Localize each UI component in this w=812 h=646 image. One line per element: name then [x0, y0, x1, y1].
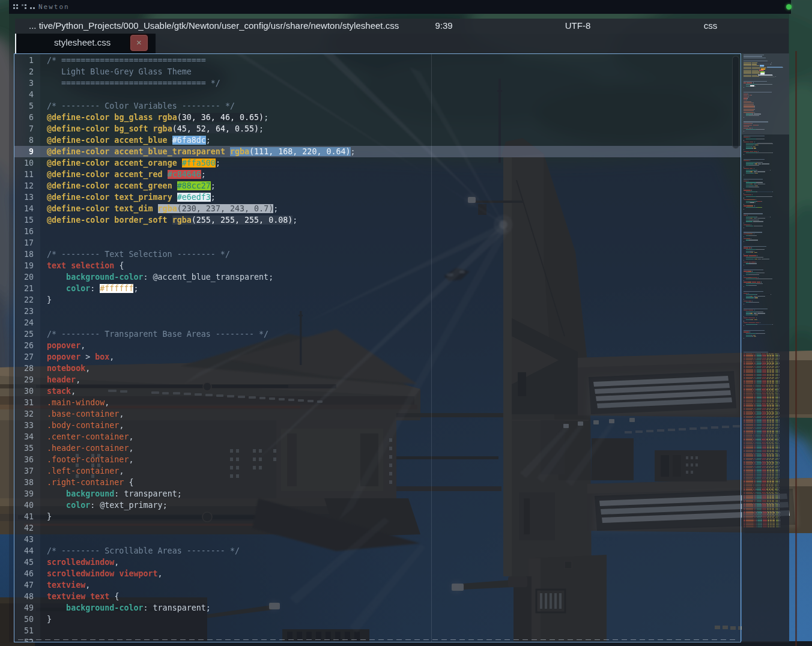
- code-line[interactable]: 18/* -------- Text Selection -------- */: [14, 249, 741, 260]
- code-line[interactable]: 6@define-color bg_glass rgba(30, 36, 46,…: [14, 112, 741, 123]
- line-number: 45: [14, 557, 34, 568]
- line-number: 15: [14, 214, 34, 226]
- line-number: 21: [14, 283, 34, 294]
- window-status-dot[interactable]: [786, 4, 792, 10]
- line-number: 35: [14, 442, 34, 454]
- code-line[interactable]: 47textview,: [14, 579, 741, 591]
- line-number: 27: [14, 351, 34, 363]
- code-line[interactable]: 31.main-window,: [14, 397, 741, 408]
- line-number: 30: [14, 385, 34, 397]
- tab-stylesheet[interactable]: stylesheet.css ×: [16, 34, 156, 53]
- line-number: 1: [14, 55, 34, 66]
- code-line[interactable]: 26popover,: [14, 340, 741, 351]
- line-number: 24: [14, 317, 34, 328]
- code-line[interactable]: 9@define-color accent_blue_transparent r…: [14, 146, 741, 157]
- code-line[interactable]: 7@define-color bg_soft rgba(45, 52, 64, …: [14, 123, 741, 134]
- line-number: 9: [14, 146, 34, 157]
- code-line[interactable]: 46scrolledwindow viewport,: [14, 568, 741, 579]
- code-line[interactable]: 34.center-container,: [14, 431, 741, 442]
- code-line[interactable]: 15@define-color border_soft rgba(255, 25…: [14, 214, 741, 226]
- code-line[interactable]: 32.base-container,: [14, 408, 741, 420]
- encoding-label: UTF-8: [565, 20, 591, 31]
- workspace-indicator-icon[interactable]: [30, 4, 35, 9]
- code-line[interactable]: 24: [14, 317, 741, 328]
- window-title: Newton: [38, 3, 70, 11]
- code-line[interactable]: 16: [14, 226, 741, 237]
- minimap-viewport[interactable]: [742, 53, 789, 134]
- code-line[interactable]: 45scrolledwindow,: [14, 557, 741, 568]
- code-line[interactable]: 19text selection {: [14, 260, 741, 271]
- line-number: 23: [14, 306, 34, 317]
- code-line[interactable]: 39 background: transparent;: [14, 488, 741, 500]
- code-line[interactable]: 30stack,: [14, 385, 741, 397]
- line-number: 7: [14, 123, 34, 134]
- code-line[interactable]: 20 background-color: @accent_blue_transp…: [14, 271, 741, 283]
- horizontal-scrollbar[interactable]: [18, 639, 737, 640]
- code-line[interactable]: 23: [14, 306, 741, 317]
- code-line[interactable]: 33.body-container,: [14, 420, 741, 431]
- code-line[interactable]: 37.left-container,: [14, 465, 741, 477]
- line-number: 26: [14, 340, 34, 351]
- line-number: 16: [14, 226, 34, 237]
- code-line[interactable]: 38.right-container {: [14, 477, 741, 488]
- code-line[interactable]: 42: [14, 522, 741, 534]
- code-line[interactable]: 10@define-color accent_orange #ffa500;: [14, 157, 741, 169]
- code-line[interactable]: 50}: [14, 614, 741, 625]
- tab-close-button[interactable]: ×: [130, 35, 148, 51]
- code-line[interactable]: 3 ============================== */: [14, 77, 741, 89]
- code-pane[interactable]: 1/* ==============================2 Ligh…: [14, 55, 741, 643]
- code-line[interactable]: 5/* -------- Color Variables -------- */: [14, 100, 741, 112]
- line-number: 47: [14, 579, 34, 591]
- line-number: 22: [14, 294, 34, 306]
- code-line[interactable]: 25/* -------- Transparent Base Areas ---…: [14, 328, 741, 340]
- code-line[interactable]: 44/* -------- Scrollable Areas -------- …: [14, 545, 741, 557]
- line-number: 20: [14, 271, 34, 283]
- code-editor[interactable]: 1/* ==============================2 Ligh…: [14, 53, 741, 642]
- titlebar[interactable]: Newton: [9, 0, 791, 14]
- code-line[interactable]: 40 color: @text_primary;: [14, 500, 741, 511]
- code-line[interactable]: 43: [14, 534, 741, 545]
- line-number: 40: [14, 500, 34, 511]
- code-line[interactable]: 13@define-color text_primary #e6edf3;: [14, 192, 741, 203]
- code-line[interactable]: 49 background-color: transparent;: [14, 602, 741, 614]
- line-number: 19: [14, 260, 34, 271]
- line-number: 50: [14, 614, 34, 625]
- line-number: 36: [14, 454, 34, 465]
- code-line[interactable]: 14@define-color text_dim rgba(230, 237, …: [14, 203, 741, 214]
- line-number: 39: [14, 488, 34, 500]
- code-line[interactable]: 4: [14, 89, 741, 100]
- line-number: 8: [14, 134, 34, 146]
- vertical-scrollbar[interactable]: [732, 56, 739, 149]
- code-line[interactable]: 2 Light Blue-Grey Glass Theme: [14, 66, 741, 77]
- language-label: css: [704, 20, 718, 31]
- code-line[interactable]: 27popover > box,: [14, 351, 741, 363]
- code-line[interactable]: 22}: [14, 294, 741, 306]
- line-number: 2: [14, 66, 34, 77]
- minimap[interactable]: [742, 53, 789, 642]
- code-line[interactable]: 28notebook,: [14, 363, 741, 374]
- line-number: 41: [14, 511, 34, 522]
- code-line[interactable]: 12@define-color accent_green #88cc27;: [14, 180, 741, 192]
- workspace-indicator-icon[interactable]: [13, 4, 18, 9]
- line-number: 51: [14, 625, 34, 636]
- workspace-indicator-icon[interactable]: [22, 4, 26, 9]
- cursor-position: 9:39: [435, 20, 452, 31]
- code-line[interactable]: 35.header-container,: [14, 442, 741, 454]
- line-number: 6: [14, 112, 34, 123]
- code-line[interactable]: 36.footer-container,: [14, 454, 741, 465]
- code-line[interactable]: 21 color: #ffffff;: [14, 283, 741, 294]
- line-number: 3: [14, 77, 34, 89]
- code-line[interactable]: 11@define-color accent_red #c84646;: [14, 169, 741, 180]
- code-line[interactable]: 41}: [14, 511, 741, 522]
- code-line[interactable]: 51: [14, 625, 741, 636]
- line-number: 44: [14, 545, 34, 557]
- code-line[interactable]: 29header,: [14, 374, 741, 385]
- line-number: 43: [14, 534, 34, 545]
- line-number: 32: [14, 408, 34, 420]
- line-number: 12: [14, 180, 34, 192]
- line-number: 33: [14, 420, 34, 431]
- code-line[interactable]: 1/* ==============================: [14, 55, 741, 66]
- code-line[interactable]: 17: [14, 237, 741, 249]
- code-line[interactable]: 48textview text {: [14, 591, 741, 602]
- code-line[interactable]: 8@define-color accent_blue #6fa8dc;: [14, 134, 741, 146]
